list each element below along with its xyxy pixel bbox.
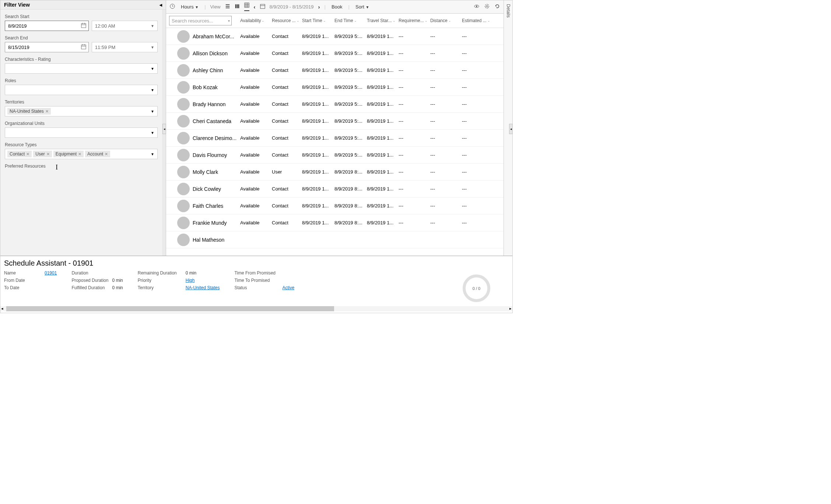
scroll-left-icon[interactable]: ◂	[1, 306, 3, 311]
roles-select[interactable]: ▼	[5, 85, 158, 95]
table-row[interactable]: Bob Kozak Available Contact 8/9/2019 1..…	[166, 79, 504, 96]
table-row[interactable]: Abraham McCor... Available Contact 8/9/2…	[166, 28, 504, 45]
cell-availability: Available	[238, 151, 270, 159]
cell-start-time: 8/9/2019 1...	[300, 49, 332, 57]
col-start-time[interactable]: Start Time⌄	[300, 14, 332, 28]
table-row[interactable]: Dick Cowley Available Contact 8/9/2019 1…	[166, 181, 504, 197]
from-date-label: From Date	[4, 278, 45, 283]
search-start-date-input[interactable]: 8/9/2019	[5, 21, 89, 31]
column-view-icon[interactable]	[235, 4, 240, 10]
priority-link[interactable]: High	[186, 278, 195, 283]
avatar	[177, 47, 190, 60]
search-end-time-input[interactable]: 11:59 PM ▼	[92, 42, 158, 52]
cell-requirement: ---	[396, 49, 428, 57]
svg-rect-14	[235, 4, 236, 8]
cell-end-time: 8/9/2019 5:...	[332, 100, 365, 108]
table-row[interactable]: Davis Flournoy Available Contact 8/9/201…	[166, 147, 504, 164]
calendar-icon[interactable]	[81, 44, 86, 50]
cell-distance: ---	[428, 100, 460, 108]
avatar	[177, 234, 190, 246]
table-row[interactable]: Frankie Mundy Available Contact 8/9/2019…	[166, 214, 504, 231]
cell-resource	[270, 238, 300, 241]
chevron-down-icon: ▼	[151, 24, 154, 28]
col-requirement[interactable]: Requireme...⌄	[396, 14, 428, 28]
collapse-filter-icon[interactable]: ◂	[159, 2, 162, 8]
svg-point-26	[486, 6, 488, 7]
grid-view-icon[interactable]	[244, 3, 249, 11]
calendar-icon[interactable]	[81, 23, 86, 29]
hours-dropdown[interactable]: Hours ▼	[179, 3, 200, 10]
search-resources-input[interactable]: Search resources... ▾	[169, 16, 232, 25]
characteristics-select[interactable]: ▼	[5, 63, 158, 74]
col-resource[interactable]: Resource ...⌄	[270, 14, 300, 28]
sort-dropdown[interactable]: Sort ▼	[354, 3, 371, 10]
status-link[interactable]: Active	[282, 285, 294, 290]
scroll-right-icon[interactable]: ▸	[509, 306, 512, 311]
main-expand-handle[interactable]: ◂	[509, 124, 513, 134]
col-distance[interactable]: Distance⌄	[428, 14, 460, 28]
book-button[interactable]: Book	[330, 3, 344, 10]
table-row[interactable]: Clarence Desimo... Available Contact 8/9…	[166, 130, 504, 147]
territories-select[interactable]: NA-United States✕ ▼	[5, 106, 158, 116]
cell-start-time: 8/9/2019 1...	[300, 151, 332, 159]
org-units-select[interactable]: ▼	[5, 127, 158, 138]
scroll-thumb[interactable]	[6, 306, 334, 311]
resource-name: Clarence Desimo...	[193, 135, 236, 141]
cell-travel-start: 8/9/2019 1...	[365, 185, 396, 193]
table-row[interactable]: Ashley Chinn Available Contact 8/9/2019 …	[166, 62, 504, 79]
next-icon[interactable]: ›	[318, 4, 320, 10]
cell-estimated: ---	[460, 32, 491, 41]
cell-estimated: ---	[460, 218, 491, 227]
cell-availability: Available	[238, 168, 270, 176]
eye-icon[interactable]	[474, 4, 479, 10]
table-row[interactable]: Brady Hannon Available Contact 8/9/2019 …	[166, 96, 504, 113]
table-row[interactable]: Cheri Castaneda Available Contact 8/9/20…	[166, 113, 504, 130]
cell-availability: Available	[238, 100, 270, 108]
table-row[interactable]: Hal Matheson	[166, 231, 504, 248]
search-start-label: Search Start	[5, 14, 158, 19]
remove-tag-icon[interactable]: ✕	[26, 152, 29, 157]
prev-icon[interactable]: ‹	[254, 4, 256, 10]
search-end-date-input[interactable]: 8/15/2019	[5, 42, 89, 52]
cell-resource: Contact	[270, 134, 300, 142]
chevron-down-icon: ▼	[151, 131, 154, 135]
search-start-time-input[interactable]: 12:00 AM ▼	[92, 21, 158, 31]
roles-label: Roles	[5, 78, 158, 83]
bottom-hscrollbar[interactable]: ◂ ▸	[0, 306, 512, 311]
filter-expand-handle[interactable]: ◂	[162, 124, 166, 134]
cell-distance: ---	[428, 117, 460, 125]
remove-tag-icon[interactable]: ✕	[46, 152, 50, 157]
resource-types-select[interactable]: Contact✕ User✕ Equipment✕ Account✕ ▼	[5, 149, 158, 159]
remove-tag-icon[interactable]: ✕	[105, 152, 108, 157]
cell-travel-start: 8/9/2019 1...	[365, 49, 396, 57]
remove-tag-icon[interactable]: ✕	[78, 152, 81, 157]
cell-estimated: ---	[460, 83, 491, 91]
cell-estimated: ---	[460, 134, 491, 142]
preferred-label: Preferred Resources	[5, 164, 158, 169]
resource-name: Hal Matheson	[193, 237, 224, 243]
resource-name: Cheri Castaneda	[193, 118, 231, 124]
cell-requirement: ---	[396, 117, 428, 125]
list-view-icon[interactable]	[225, 4, 230, 10]
col-travel-start[interactable]: Travel Star...⌄	[365, 14, 396, 28]
col-availability[interactable]: Availability⌄	[238, 14, 270, 28]
table-row[interactable]: Molly Clark Available User 8/9/2019 1...…	[166, 164, 504, 181]
territory-link[interactable]: NA-United States	[186, 285, 220, 290]
svg-rect-22	[260, 4, 264, 8]
cell-travel-start: 8/9/2019 1...	[365, 202, 396, 210]
remove-tag-icon[interactable]: ✕	[45, 109, 49, 114]
cell-resource: Contact	[270, 100, 300, 108]
toolbar: Hours ▼ | View ‹ 8/9/2019 - 8/15/2019 › …	[166, 0, 504, 14]
gear-icon[interactable]	[484, 4, 490, 10]
cell-requirement: ---	[396, 134, 428, 142]
resource-name: Abraham McCor...	[193, 34, 234, 39]
col-estimated[interactable]: Estimated ...⌄	[460, 14, 491, 28]
date-picker-icon[interactable]	[260, 4, 265, 10]
cell-requirement: ---	[396, 168, 428, 176]
refresh-icon[interactable]	[495, 4, 500, 10]
name-link[interactable]: 01901	[45, 270, 57, 276]
cell-resource: Contact	[270, 151, 300, 159]
table-row[interactable]: Faith Charles Available Contact 8/9/2019…	[166, 197, 504, 214]
table-row[interactable]: Allison Dickson Available Contact 8/9/20…	[166, 45, 504, 62]
col-end-time[interactable]: End Time⌄	[332, 14, 365, 28]
